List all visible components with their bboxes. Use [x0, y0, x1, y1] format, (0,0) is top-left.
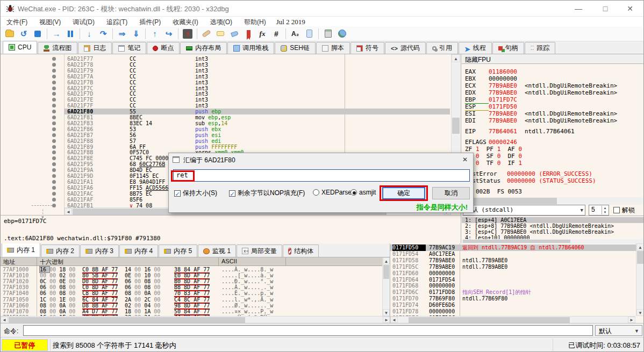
register-row[interactable]: LastError00000000 (ERROR_SUCCESS)	[465, 170, 592, 177]
disasm-row[interactable]: 6AD21F77CCint3	[1, 56, 461, 62]
label-icon[interactable]	[228, 27, 241, 40]
bookmark-icon[interactable]	[242, 27, 255, 40]
register-row[interactable]: EDI77B9ABE0<ntdll.DbgUiRemoteBreakin>	[465, 117, 617, 124]
breakpoint-dot[interactable]	[52, 127, 56, 131]
keep-size-checkbox[interactable]: ✓保持大小(S)	[174, 189, 217, 198]
dump-tab-内存-1[interactable]: 内存 1	[2, 243, 40, 257]
tab-笔记[interactable]: 笔记	[112, 42, 146, 54]
stack-row[interactable]: 0171FD54A0C17EEA	[390, 251, 644, 257]
dump-tab-内存-2[interactable]: 内存 2	[41, 245, 80, 257]
breakpoint-dot[interactable]	[52, 139, 56, 143]
attach-device-icon[interactable]	[303, 27, 316, 40]
breakpoint-dot[interactable]	[52, 81, 56, 84]
arguments-hscrollbar[interactable]	[462, 239, 644, 243]
stack-row[interactable]: 0171FD640171FD54	[390, 277, 644, 283]
breakpoint-dot[interactable]	[52, 204, 56, 207]
command-script-dropdown[interactable]: 默认 ▼	[595, 325, 642, 336]
dump-row[interactable]: 77AF10501C 00 1E 006C 84 AF 772A 00 2C 0…	[1, 297, 382, 303]
breakpoint-dot[interactable]	[52, 156, 56, 160]
disasm-row[interactable]: 6AD21F7ACCint3	[1, 74, 461, 80]
column-address[interactable]: 地址	[3, 258, 15, 266]
unlock-checkbox[interactable]: 解锁	[613, 206, 635, 215]
tab-跟踪[interactable]: ⁚⁚跟踪	[525, 42, 555, 54]
breakpoint-dot[interactable]	[52, 57, 56, 61]
dump-row[interactable]: 77AF10200C 00 0E 00D0 8D AF 7706 00 08 0…	[1, 278, 382, 284]
register-row[interactable]: EAX01186000	[465, 68, 517, 75]
dump-row[interactable]: 77AF107008 00 0A 00A4 D7 AF 7718 00 1A 0…	[1, 308, 382, 314]
execute-till-return-icon[interactable]: ⇒	[116, 27, 128, 40]
disasm-row[interactable]: 6AD21F8653push ebx	[1, 126, 461, 132]
step-out-icon[interactable]: ↑	[148, 27, 161, 40]
globe-icon[interactable]	[335, 27, 348, 40]
patch-icon[interactable]	[200, 27, 213, 40]
fill-nop-checkbox[interactable]: ✓剩余字节以NOP填充(F)	[229, 189, 305, 198]
register-row[interactable]: EFLAGS00000246	[465, 139, 517, 146]
stack-vscrollbar[interactable]: ▲ ▼	[636, 243, 644, 316]
breakpoint-dot[interactable]	[52, 174, 56, 178]
open-file-icon[interactable]	[3, 27, 16, 40]
dump-row[interactable]: 77AF106008 00 0A 00D8 8B AF 7702 00 04 0…	[1, 303, 382, 308]
string-search-icon[interactable]: A₂	[289, 27, 302, 40]
tab-内存布局[interactable]: 内存布局	[180, 42, 227, 54]
register-row[interactable]: EIP77B64061ntdll.77B64061	[465, 128, 575, 135]
disasm-row[interactable]: 6AD21F7BCCint3	[1, 80, 461, 85]
disasm-row[interactable]: 6AD21F7CCCint3	[1, 85, 461, 91]
stack-row[interactable]: 0171FD5C77B9ABE0ntdll.77B9ABE0	[390, 264, 644, 270]
close-button[interactable]: ✕	[618, 1, 642, 17]
register-row[interactable]: GS 002B FS 0053	[465, 188, 529, 195]
stack-row[interactable]: 0171FD74D60FE6D6	[390, 302, 644, 308]
register-row[interactable]: EDX77B9ABE0<ntdll.DbgUiRemoteBreakin>	[465, 89, 617, 96]
calculator-icon[interactable]	[321, 27, 334, 40]
registers-hscrollbar[interactable]	[462, 197, 644, 205]
spinner-arrows-icon[interactable]: ▲▼	[602, 206, 608, 214]
disasm-row[interactable]: 6AD21F7FCCint3	[1, 103, 461, 109]
breakpoint-dot[interactable]	[52, 186, 56, 190]
register-row[interactable]: ECX77B9ABE0<ntdll.DbgUiRemoteBreakin>	[465, 82, 617, 89]
breakpoint-dot[interactable]	[52, 121, 56, 125]
hash-icon[interactable]: #	[270, 27, 283, 40]
argument-row[interactable]: 3: [esp+C] 77B9ABE0 <ntdll.DbgUiRemoteBr…	[462, 229, 644, 235]
dump-hscrollbar[interactable]: ◄ ►	[1, 316, 390, 323]
tab-调用堆栈[interactable]: 调用堆栈	[227, 42, 274, 54]
tab-句柄[interactable]: 句柄	[492, 42, 524, 54]
dialog-close-icon[interactable]: ✕	[457, 153, 473, 167]
disasm-row[interactable]: 6AD21F7DCCint3	[1, 91, 461, 97]
tab-源代码[interactable]: <>源代码	[385, 42, 426, 54]
stack-row[interactable]: 0171FD7077B69F80ntdll.77B69F80	[390, 296, 644, 302]
disasm-row[interactable]: 6AD21F8055push ebp	[1, 109, 461, 114]
dialog-title-bar[interactable]: 汇编于 6AD21F80 ✕	[169, 153, 473, 167]
register-row[interactable]: ESI77B9ABE0<ntdll.DbgUiRemoteBreakin>	[465, 110, 617, 117]
dump-row[interactable]: 77AF104006 00 08 00C8 8D AF 7708 00 0A 0…	[1, 290, 382, 296]
register-row[interactable]: EBP0171FD7C	[465, 96, 517, 104]
disasm-row[interactable]: 6AD21F818BECmov ebp,esp	[1, 114, 461, 120]
dump-row[interactable]: 77AF101000 00 02 0080 5B AF 770E 00 10 0…	[1, 272, 382, 278]
tab-流程图[interactable]: 流程图	[38, 42, 77, 54]
register-row[interactable]: ESP0171FD50	[465, 103, 517, 111]
xedparse-radio[interactable]: XEDParse	[313, 189, 352, 196]
depth-spinner[interactable]: 5 ▲▼	[589, 205, 609, 215]
disasm-row[interactable]: 6AD21F8857push edi	[1, 138, 461, 144]
breakpoint-dot[interactable]	[52, 92, 56, 96]
stack-panel[interactable]: 0171FD5077B9AC19返回到 ntdll.77B9AC19 自 ntd…	[390, 243, 644, 323]
dump-tab-结构体[interactable]: 结构体	[283, 245, 319, 257]
tab-脚本[interactable]: 脚本	[316, 42, 350, 54]
breakpoint-dot[interactable]	[52, 98, 56, 102]
hide-fpu-button[interactable]: 隐藏FPU	[462, 54, 644, 64]
breakpoint-dot[interactable]	[52, 145, 56, 149]
step-into-icon[interactable]: ↓	[83, 27, 96, 40]
restart-icon[interactable]: ↺	[17, 27, 30, 40]
register-row[interactable]: LastStatus00000000 (STATUS_SUCCESS)	[465, 177, 596, 184]
pause-icon[interactable]	[64, 27, 77, 40]
stack-hscrollbar[interactable]: ◄ ►	[390, 316, 635, 323]
column-hex[interactable]: 十六进制	[40, 258, 63, 266]
register-row[interactable]: OF 0 SF 0 DF 0	[465, 153, 529, 160]
disasm-row[interactable]: 6AD21F7ECCint3	[1, 97, 461, 103]
tab-引用[interactable]: 引用	[426, 42, 458, 54]
stack-row[interactable]: 0171FD5877B9ABE0ntdll.77B9ABE0	[390, 257, 644, 264]
breakpoint-dot[interactable]	[52, 87, 56, 90]
asmjit-radio[interactable]: asmjit	[350, 189, 376, 196]
run-icon[interactable]: →	[50, 27, 63, 40]
strings-badge-icon[interactable]: S	[181, 27, 194, 40]
minimize-button[interactable]: —	[566, 1, 591, 17]
breakpoint-dot[interactable]	[52, 198, 56, 202]
